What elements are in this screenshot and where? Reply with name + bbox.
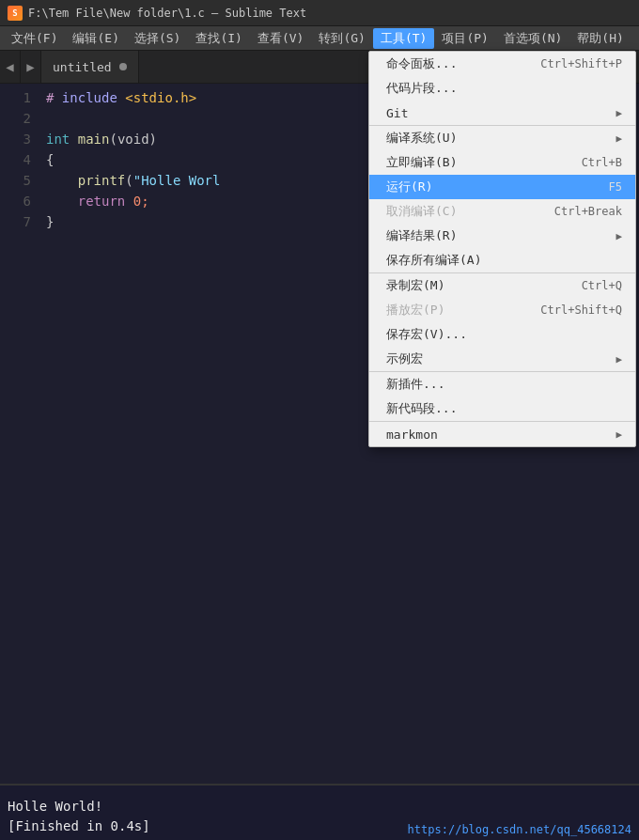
dropdown-section-0: 命令面板...Ctrl+Shift+P代码片段...Git▶ (369, 52, 635, 126)
chevron-right-icon: ▶ (616, 230, 622, 242)
line-number-3: 3 (8, 129, 31, 149)
dropdown-item-0-0[interactable]: 命令面板...Ctrl+Shift+P (369, 52, 635, 76)
chevron-right-icon: ▶ (616, 353, 622, 366)
dropdown-item-2-3[interactable]: 示例宏▶ (369, 347, 635, 371)
dropdown-item-3-0[interactable]: 新插件... (369, 372, 635, 397)
menu-item-F[interactable]: 文件(F) (4, 28, 65, 49)
dropdown-item-1-5[interactable]: 保存所有编译(A) (369, 248, 635, 272)
line-number-4: 4 (8, 149, 31, 170)
line-number-6: 6 (8, 191, 31, 211)
app-icon: S (8, 6, 23, 21)
dropdown-section-1: 编译系统(U)▶立即编译(B)Ctrl+B运行(R)F5取消编译(C)Ctrl+… (369, 126, 635, 273)
menu-item-S[interactable]: 选择(S) (127, 28, 188, 49)
tools-dropdown-menu: 命令面板...Ctrl+Shift+P代码片段...Git▶编译系统(U)▶立即… (368, 51, 636, 447)
tab-next-button[interactable]: ▶ (21, 51, 41, 83)
dropdown-item-2-1: 播放宏(P)Ctrl+Shift+Q (369, 298, 635, 322)
dropdown-item-1-4[interactable]: 编译结果(R)▶ (369, 224, 635, 248)
dropdown-section-3: 新插件...新代码段... (369, 372, 635, 422)
title-bar: S F:\Tem File\New folder\1.c – Sublime T… (0, 0, 639, 26)
menu-bar: 文件(F)编辑(E)选择(S)查找(I)查看(V)转到(G)工具(T)项目(P)… (0, 26, 639, 51)
menu-item-H[interactable]: 帮助(H) (569, 28, 631, 49)
window-title: F:\Tem File\New folder\1.c – Sublime Tex… (28, 7, 306, 20)
menu-item-V[interactable]: 查看(V) (250, 28, 311, 49)
dropdown-item-1-3: 取消编译(C)Ctrl+Break (369, 199, 635, 224)
chevron-right-icon: ▶ (616, 428, 622, 441)
tab-modified-dot (119, 63, 127, 70)
line-number-5: 5 (8, 170, 31, 191)
menu-item-N[interactable]: 首选项(N) (496, 28, 569, 49)
dropdown-section-2: 录制宏(M)Ctrl+Q播放宏(P)Ctrl+Shift+Q保存宏(V)...示… (369, 273, 635, 372)
dropdown-item-2-2[interactable]: 保存宏(V)... (369, 322, 635, 347)
dropdown-section-4: markmon▶ (369, 422, 635, 446)
terminal-line-1: Holle World! (8, 797, 631, 817)
dropdown-item-4-0[interactable]: markmon▶ (369, 422, 635, 446)
tab-prev-button[interactable]: ◀ (0, 51, 21, 83)
line-number-1: 1 (8, 87, 31, 108)
dropdown-item-1-2[interactable]: 运行(R)F5 (369, 175, 635, 199)
editor-tab[interactable]: untitled (41, 51, 139, 83)
line-numbers: 1234567 (0, 87, 42, 784)
terminal-area: Holle World! [Finished in 0.4s] https://… (0, 784, 639, 840)
dropdown-item-3-1[interactable]: 新代码段... (369, 397, 635, 421)
menu-item-E[interactable]: 编辑(E) (65, 28, 126, 49)
dropdown-item-0-1[interactable]: 代码片段... (369, 76, 635, 101)
dropdown-item-0-2[interactable]: Git▶ (369, 101, 635, 125)
tab-name: untitled (53, 60, 112, 74)
dropdown-item-1-1[interactable]: 立即编译(B)Ctrl+B (369, 150, 635, 175)
terminal-url[interactable]: https://blog.csdn.net/qq_45668124 (408, 823, 631, 836)
chevron-right-icon: ▶ (616, 107, 622, 119)
chevron-right-icon: ▶ (616, 132, 622, 145)
dropdown-item-1-0[interactable]: 编译系统(U)▶ (369, 126, 635, 150)
menu-item-P[interactable]: 项目(P) (434, 28, 495, 49)
dropdown-item-2-0[interactable]: 录制宏(M)Ctrl+Q (369, 273, 635, 298)
menu-item-T[interactable]: 工具(T) (373, 28, 434, 49)
menu-item-I[interactable]: 查找(I) (188, 28, 249, 49)
line-number-7: 7 (8, 211, 31, 232)
line-number-2: 2 (8, 108, 31, 129)
menu-item-G[interactable]: 转到(G) (311, 28, 372, 49)
